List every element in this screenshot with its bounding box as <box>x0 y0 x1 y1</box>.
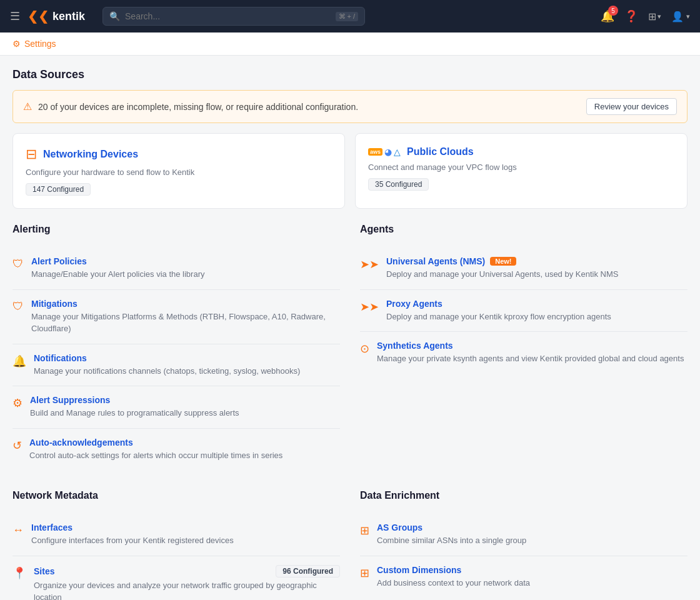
public-clouds-card-header: aws ◕ △ Public Clouds <box>368 146 674 158</box>
azure-icon: △ <box>394 147 401 157</box>
custom-dimensions-item: ⊞ Custom Dimensions Add business context… <box>360 556 688 598</box>
notifications-body: Notifications Manage your notifications … <box>34 353 340 378</box>
networking-devices-icon: ⊟ <box>26 146 37 162</box>
sites-badge: 96 Configured <box>276 565 340 578</box>
auto-ack-icon: ↺ <box>12 439 22 452</box>
cmd-key: ⌘ <box>339 12 346 21</box>
interfaces-icon: ↔ <box>12 524 24 537</box>
custom-dimensions-link[interactable]: Custom Dimensions <box>377 565 688 575</box>
metadata-enrichment-section: Network Metadata ↔ Interfaces Configure … <box>12 490 688 600</box>
top-navigation: ☰ ❮❮ kentik 🔍 ⌘ + / 🔔 5 ❓ ⊞ ▾ 👤 ▾ <box>0 0 700 32</box>
search-bar[interactable]: 🔍 ⌘ + / <box>102 7 365 26</box>
review-devices-button[interactable]: Review your devices <box>586 98 677 115</box>
help-icon[interactable]: ❓ <box>624 9 638 23</box>
networking-devices-desc: Configure your hardware to send flow to … <box>26 168 332 177</box>
kentik-logo-icon: ❮❮ <box>28 9 49 24</box>
universal-agents-desc: Deploy and manage your Universal Agents,… <box>386 268 688 281</box>
main-content: Data Sources ⚠ 20 of your devices are in… <box>0 56 700 600</box>
data-enrichment-title: Data Enrichment <box>360 490 688 504</box>
warning-icon: ⚠ <box>23 101 32 112</box>
notifications-desc: Manage your notifications channels (chat… <box>34 365 340 378</box>
aws-icon: aws <box>368 148 382 156</box>
sites-link[interactable]: Sites 96 Configured <box>34 565 340 578</box>
alert-suppressions-body: Alert Suppressions Build and Manage rule… <box>30 395 340 419</box>
sites-item: 📍 Sites 96 Configured Organize your devi… <box>12 556 340 601</box>
mitigations-icon: 🛡 <box>12 300 24 313</box>
agents-column: Agents ➤➤ Universal Agents (NMS) New! De… <box>360 224 688 470</box>
plus-key: + <box>348 12 351 20</box>
as-groups-link[interactable]: AS Groups <box>377 522 688 532</box>
search-input[interactable] <box>125 11 331 21</box>
public-clouds-desc: Connect and manage your VPC flow logs <box>368 162 674 172</box>
user-menu[interactable]: 👤 ▾ <box>671 11 690 22</box>
mitigations-desc: Manage your Mitigations Platforms & Meth… <box>31 311 340 335</box>
alert-suppressions-icon: ⚙ <box>12 396 22 410</box>
nav-right-actions: 🔔 5 ❓ ⊞ ▾ 👤 ▾ <box>601 9 690 23</box>
alerting-agents-section: Alerting 🛡 Alert Policies Manage/Enable … <box>12 224 688 470</box>
public-clouds-card: aws ◕ △ Public Clouds Connect and manage… <box>355 133 688 209</box>
alert-policies-item: 🛡 Alert Policies Manage/Enable your Aler… <box>12 248 340 290</box>
proxy-agents-desc: Deploy and manage your Kentik kproxy flo… <box>386 311 688 323</box>
alerting-title: Alerting <box>12 224 340 238</box>
alert-suppressions-link[interactable]: Alert Suppressions <box>30 395 340 405</box>
data-sources-section: Data Sources ⚠ 20 of your devices are in… <box>12 68 688 209</box>
keyboard-shortcut: ⌘ + / <box>336 12 359 21</box>
kentik-logo: ❮❮ kentik <box>28 9 85 24</box>
search-icon: 🔍 <box>109 11 120 21</box>
custom-dimensions-desc: Add business context to your network dat… <box>377 577 688 589</box>
notification-bell[interactable]: 🔔 5 <box>601 9 614 23</box>
alert-policies-body: Alert Policies Manage/Enable your Alert … <box>31 256 340 281</box>
breadcrumb-gear-icon: ⚙ <box>12 39 21 49</box>
breadcrumb: ⚙ Settings <box>0 32 700 56</box>
sites-icon: 📍 <box>12 566 26 580</box>
slash-key: / <box>353 12 355 20</box>
synthetics-agents-desc: Manage your private ksynth agents and vi… <box>377 352 688 365</box>
alert-suppressions-desc: Build and Manage rules to programaticall… <box>30 407 340 419</box>
mitigations-link[interactable]: Mitigations <box>31 299 340 309</box>
notification-count: 5 <box>608 6 618 16</box>
agents-title: Agents <box>360 224 688 238</box>
as-groups-desc: Combine similar ASNs into a single group <box>377 534 688 547</box>
apps-menu[interactable]: ⊞ ▾ <box>648 11 661 22</box>
sites-desc: Organize your devices and analyze your n… <box>34 579 340 601</box>
synthetics-agents-item: ⊙ Synthetics Agents Manage your private … <box>360 332 688 374</box>
public-clouds-badge: 35 Configured <box>368 178 429 191</box>
sites-body: Sites 96 Configured Organize your device… <box>34 565 340 601</box>
alert-banner: ⚠ 20 of your devices are incomplete, mis… <box>12 90 688 123</box>
as-groups-item: ⊞ AS Groups Combine similar ASNs into a … <box>360 514 688 556</box>
interfaces-desc: Configure interfaces from your Kentik re… <box>31 534 340 547</box>
proxy-agents-body: Proxy Agents Deploy and manage your Kent… <box>386 299 688 323</box>
proxy-agents-item: ➤➤ Proxy Agents Deploy and manage your K… <box>360 290 688 332</box>
alert-suppressions-item: ⚙ Alert Suppressions Build and Manage ru… <box>12 386 340 429</box>
mitigations-item: 🛡 Mitigations Manage your Mitigations Pl… <box>12 290 340 344</box>
networking-devices-link[interactable]: Networking Devices <box>43 149 138 160</box>
universal-agents-body: Universal Agents (NMS) New! Deploy and m… <box>386 256 688 281</box>
kentik-logo-text: kentik <box>52 10 85 23</box>
breadcrumb-label[interactable]: Settings <box>24 39 56 49</box>
alert-policies-desc: Manage/Enable your Alert policies via th… <box>31 268 340 281</box>
auto-ack-link[interactable]: Auto-acknowledgements <box>29 438 340 448</box>
network-metadata-title: Network Metadata <box>12 490 340 504</box>
cloud-provider-icons: aws ◕ △ <box>368 147 401 157</box>
user-chevron-icon: ▾ <box>686 12 690 21</box>
data-sources-title: Data Sources <box>12 68 688 81</box>
interfaces-item: ↔ Interfaces Configure interfaces from y… <box>12 514 340 556</box>
public-clouds-link[interactable]: Public Clouds <box>407 146 474 158</box>
grid-icon: ⊞ <box>648 11 656 22</box>
data-source-cards: ⊟ Networking Devices Configure your hard… <box>12 133 688 209</box>
universal-agents-link[interactable]: Universal Agents (NMS) New! <box>386 256 688 266</box>
proxy-agents-link[interactable]: Proxy Agents <box>386 299 688 309</box>
notifications-link[interactable]: Notifications <box>34 353 340 363</box>
apps-chevron-icon: ▾ <box>658 12 661 21</box>
as-groups-body: AS Groups Combine similar ASNs into a si… <box>377 522 688 547</box>
user-icon: 👤 <box>671 11 684 22</box>
custom-dimensions-icon: ⊞ <box>360 566 369 580</box>
mitigations-body: Mitigations Manage your Mitigations Plat… <box>31 299 340 335</box>
universal-agents-icon: ➤➤ <box>360 258 379 271</box>
alert-policies-link[interactable]: Alert Policies <box>31 256 340 266</box>
synthetics-agents-link[interactable]: Synthetics Agents <box>377 341 688 351</box>
interfaces-link[interactable]: Interfaces <box>31 522 340 532</box>
hamburger-menu-icon[interactable]: ☰ <box>10 9 20 23</box>
custom-dimensions-body: Custom Dimensions Add business context t… <box>377 565 688 589</box>
as-groups-icon: ⊞ <box>360 524 369 538</box>
